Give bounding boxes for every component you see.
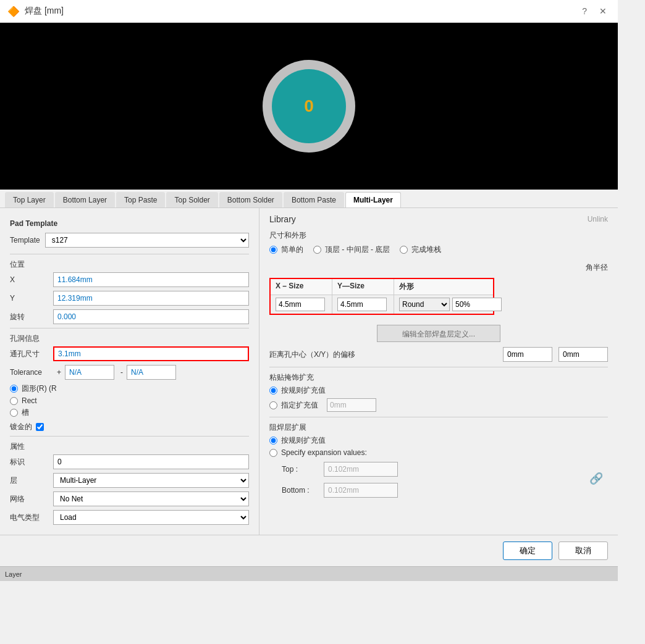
plating-row: 镀金的 bbox=[10, 422, 249, 432]
library-row: Library Unlink bbox=[269, 214, 608, 224]
pad-template-header: Pad Template bbox=[10, 219, 249, 228]
ok-button[interactable]: 确定 bbox=[503, 542, 552, 560]
complete-stack-radio[interactable] bbox=[400, 246, 408, 254]
size-table-header: X – Size Y—Size 外形 bbox=[271, 279, 493, 295]
electrical-type-select[interactable]: Load bbox=[53, 510, 249, 525]
circle-label: 圆形(R) (R bbox=[22, 383, 57, 394]
circle-radio[interactable] bbox=[10, 385, 18, 393]
tab-top-layer[interactable]: Top Layer bbox=[5, 192, 54, 207]
paste-section: 粘贴掩饰扩充 按规则扩充值 指定扩充值 bbox=[269, 372, 608, 412]
paste-specify-radio-row: 指定扩充值 bbox=[269, 398, 608, 412]
x-field-row: X bbox=[10, 272, 249, 287]
paste-specify-input[interactable] bbox=[327, 398, 376, 412]
tab-bottom-layer[interactable]: Bottom Layer bbox=[55, 192, 115, 207]
plating-label: 镀金的 bbox=[10, 422, 32, 432]
solder-specify-radio-row: Specify expansion values: bbox=[269, 448, 608, 457]
solder-specify-radio[interactable] bbox=[269, 449, 277, 457]
app-icon: 🔶 bbox=[7, 6, 20, 17]
solder-top-row: Top : bbox=[282, 462, 584, 477]
top-mid-bottom-radio-row: 顶层 - 中间层 - 底层 bbox=[313, 245, 390, 255]
template-label: Template bbox=[10, 236, 40, 245]
x-size-cell bbox=[271, 295, 332, 314]
solder-rule-radio-row: 按规则扩充值 bbox=[269, 435, 608, 446]
rotation-input[interactable] bbox=[53, 309, 249, 324]
size-table: X – Size Y—Size 外形 RoundRectOvalChamfere… bbox=[269, 278, 494, 315]
x-size-header: X – Size bbox=[271, 279, 332, 295]
net-label: 网络 bbox=[10, 494, 53, 504]
complete-stack-radio-row: 完成堆栈 bbox=[400, 245, 441, 255]
y-label: Y bbox=[10, 294, 53, 303]
footer: 确定 取消 bbox=[0, 535, 618, 566]
y-input[interactable] bbox=[53, 291, 249, 306]
x-size-input[interactable] bbox=[276, 298, 325, 311]
id-row: 标识 bbox=[10, 454, 249, 469]
size-section-label: 尺寸和外形 bbox=[269, 230, 608, 241]
solder-top-input[interactable] bbox=[324, 462, 398, 477]
solder-rule-radio[interactable] bbox=[269, 437, 277, 445]
rect-radio-row: Rect bbox=[10, 396, 249, 405]
size-table-body: RoundRectOvalChamfered bbox=[271, 295, 493, 314]
rect-radio[interactable] bbox=[10, 397, 18, 405]
tolerance-plus-input[interactable] bbox=[65, 365, 114, 380]
paste-specify-radio[interactable] bbox=[269, 401, 277, 409]
solder-bottom-row: Bottom : bbox=[282, 483, 584, 498]
tolerance-minus-input[interactable] bbox=[127, 365, 176, 380]
properties-label: 属性 bbox=[10, 441, 249, 452]
tab-top-paste[interactable]: Top Paste bbox=[116, 192, 165, 207]
main-content: Pad Template Template s127 位置 X Y 旋转 bbox=[0, 208, 618, 535]
tab-multi-layer[interactable]: Multi-Layer bbox=[345, 192, 401, 207]
paste-rule-radio-row: 按规则扩充值 bbox=[269, 385, 608, 396]
net-select[interactable]: No Net bbox=[53, 491, 249, 506]
rotation-field-row: 旋转 bbox=[10, 309, 249, 324]
layer-row: 层 Multi-Layer bbox=[10, 473, 249, 488]
bottom-bar: Layer bbox=[0, 566, 618, 581]
offset-x-input[interactable] bbox=[503, 347, 552, 362]
paste-specify-label: 指定扩充值 bbox=[281, 400, 318, 411]
layer-select[interactable]: Multi-Layer bbox=[53, 473, 249, 488]
cancel-button[interactable]: 取消 bbox=[559, 542, 608, 560]
unlink-button[interactable]: Unlink bbox=[588, 215, 608, 224]
close-button[interactable]: ✕ bbox=[596, 5, 610, 17]
top-mid-bottom-radio[interactable] bbox=[313, 246, 321, 254]
bottom-bar-label: Layer bbox=[5, 571, 22, 578]
id-input[interactable] bbox=[53, 454, 249, 469]
size-radio-group: 简单的 顶层 - 中间层 - 底层 完成堆栈 bbox=[269, 245, 608, 257]
solder-bottom-input[interactable] bbox=[324, 483, 398, 498]
tab-top-solder[interactable]: Top Solder bbox=[166, 192, 217, 207]
y-size-header: Y—Size bbox=[332, 279, 394, 295]
solder-rule-label: 按规则扩充值 bbox=[281, 435, 326, 446]
tab-bottom-paste[interactable]: Bottom Paste bbox=[284, 192, 344, 207]
through-hole-label: 通孔尺寸 bbox=[10, 349, 53, 359]
offset-row: 距离孔中心（X/Y）的偏移 bbox=[269, 347, 608, 362]
pad-preview-area: 0 bbox=[0, 23, 618, 190]
template-select[interactable]: s127 bbox=[45, 233, 249, 248]
x-input[interactable] bbox=[53, 272, 249, 287]
library-label: Library bbox=[269, 214, 296, 224]
help-button[interactable]: ? bbox=[578, 5, 591, 17]
simple-label: 简单的 bbox=[281, 245, 303, 255]
tab-bottom-solder[interactable]: Bottom Solder bbox=[219, 192, 282, 207]
through-hole-input[interactable] bbox=[53, 346, 249, 361]
simple-radio[interactable] bbox=[269, 246, 277, 254]
plating-checkbox[interactable] bbox=[36, 423, 44, 431]
shape-select[interactable]: RoundRectOvalChamfered bbox=[399, 298, 450, 311]
y-field-row: Y bbox=[10, 291, 249, 306]
y-size-input[interactable] bbox=[337, 298, 387, 311]
minus-sign: - bbox=[120, 368, 123, 377]
rotation-label: 旋转 bbox=[10, 312, 53, 322]
edit-layers-button[interactable]: 编辑全部焊盘层定义... bbox=[377, 325, 500, 342]
solder-top-label: Top : bbox=[282, 465, 319, 474]
offset-y-input[interactable] bbox=[559, 347, 608, 362]
slot-radio[interactable] bbox=[10, 409, 18, 417]
tolerance-label: Tolerance bbox=[10, 368, 53, 377]
solder-section: 阻焊层扩展 按规则扩充值 Specify expansion values: T bbox=[269, 422, 608, 498]
shape-cell: RoundRectOvalChamfered bbox=[394, 295, 493, 314]
title-bar: 🔶 焊盘 [mm] ? ✕ bbox=[0, 0, 618, 23]
paste-rule-radio[interactable] bbox=[269, 387, 277, 395]
position-label: 位置 bbox=[10, 259, 249, 270]
window-title: 焊盘 [mm] bbox=[25, 6, 64, 17]
corner-radius-input[interactable] bbox=[452, 298, 502, 311]
slot-radio-row: 槽 bbox=[10, 408, 249, 418]
paste-rule-label: 按规则扩充值 bbox=[281, 385, 326, 396]
size-section: 尺寸和外形 简单的 顶层 - 中间层 - 底层 完成堆栈 bbox=[269, 230, 608, 498]
